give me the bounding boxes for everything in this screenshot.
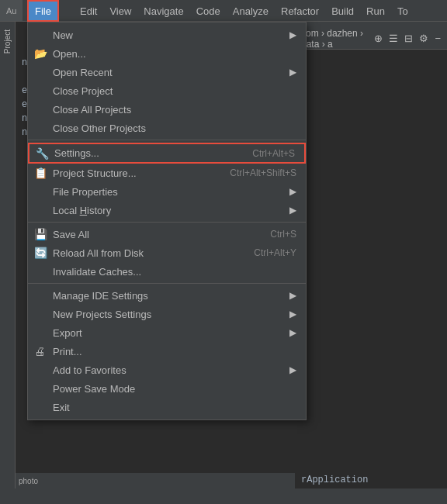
menu-item-reload[interactable]: 🔄 Reload All from Disk Ctrl+Alt+Y: [28, 243, 306, 262]
menu-item-save-all-label: Save All: [53, 229, 270, 240]
toolbar-icon-align[interactable]: ☰: [389, 33, 398, 44]
menu-item-project-structure-shortcut: Ctrl+Alt+Shift+S: [230, 167, 296, 178]
open-folder-icon: 📂: [34, 47, 47, 60]
print-icon: 🖨: [34, 345, 45, 357]
menu-item-open-recent-label: Open Recent: [53, 67, 289, 78]
menu-item-new-projects-arrow: ▶: [289, 309, 296, 319]
reload-icon: 🔄: [34, 247, 47, 259]
menu-item-print[interactable]: 🖨 Print...: [28, 342, 306, 361]
settings-icon: 🔧: [36, 147, 49, 160]
menu-item-new-projects[interactable]: New Projects Settings ▶: [28, 305, 306, 323]
menu-item-new-label: New: [53, 29, 73, 41]
menu-item-open-recent-arrow: ▶: [289, 67, 296, 78]
photo-label: photo: [19, 477, 38, 485]
dropdown-menu: New ▶ 📂 Open... Open Recent ▶ Close Proj…: [27, 22, 307, 420]
menu-item-file-properties-arrow: ▶: [289, 186, 296, 197]
menu-item-export-arrow: ▶: [289, 327, 296, 338]
menu-item-export-label: Export: [53, 327, 289, 339]
menu-item-close-all[interactable]: Close All Projects: [28, 100, 306, 119]
menu-item-manage-ide-arrow: ▶: [289, 290, 296, 301]
menu-item-exit[interactable]: Exit: [28, 398, 306, 416]
menu-item-project-structure-label: Project Structure...: [53, 167, 230, 179]
menubar-view[interactable]: View: [103, 0, 137, 22]
menu-item-reload-label: Reload All from Disk: [53, 247, 254, 259]
menu-item-close-project-label: Close Project: [53, 85, 296, 97]
toolbar-icon-plus[interactable]: ⊕: [374, 33, 383, 44]
menu-item-new-projects-label: New Projects Settings: [53, 309, 289, 320]
menubar-edit[interactable]: Edit: [74, 0, 103, 22]
menu-item-reload-shortcut: Ctrl+Alt+Y: [254, 247, 296, 258]
menu-item-print-label: Print...: [53, 346, 296, 357]
menu-item-close-all-label: Close All Projects: [53, 104, 296, 116]
sidebar: Project: [0, 22, 16, 504]
menu-item-close-other[interactable]: Close Other Projects: [28, 119, 306, 137]
menu-item-open-label: Open...: [53, 48, 296, 60]
status-bar: [0, 488, 447, 504]
menubar-analyze[interactable]: Analyze: [227, 0, 275, 22]
menu-item-file-properties-label: File Properties: [53, 186, 289, 198]
breadcrumb: com › dazhen › data › a: [301, 28, 374, 50]
menubar-build[interactable]: Build: [325, 0, 360, 22]
menu-item-settings-label: Settings...: [54, 147, 252, 159]
menubar-to[interactable]: To: [391, 0, 414, 22]
menu-item-close-other-label: Close Other Projects: [53, 123, 296, 134]
menu-item-local-history[interactable]: Local History ▶: [28, 201, 306, 219]
menu-item-invalidate-label: Invalidate Caches...: [53, 266, 296, 278]
menu-item-add-favorites-arrow: ▶: [289, 364, 296, 375]
menubar-navigate[interactable]: Navigate: [137, 0, 189, 22]
file-label: File: [35, 5, 51, 17]
menu-item-invalidate[interactable]: Invalidate Caches...: [28, 262, 306, 281]
menu-item-close-project[interactable]: Close Project: [28, 81, 306, 100]
menu-item-power-save-label: Power Save Mode: [53, 383, 296, 395]
menu-item-settings[interactable]: 🔧 Settings... Ctrl+Alt+S: [28, 143, 306, 164]
toolbar-icon-minus[interactable]: −: [435, 33, 441, 44]
menu-item-power-save[interactable]: Power Save Mode: [28, 379, 306, 398]
menu-item-open[interactable]: 📂 Open...: [28, 44, 306, 63]
menu-item-project-structure[interactable]: 📋 Project Structure... Ctrl+Alt+Shift+S: [28, 164, 306, 182]
menu-item-manage-ide[interactable]: Manage IDE Settings ▶: [28, 286, 306, 305]
menu-item-new[interactable]: New ▶: [28, 26, 306, 44]
menu-item-new-arrow: ▶: [289, 29, 296, 40]
menubar-code[interactable]: Code: [190, 0, 227, 22]
menubar-item-au[interactable]: Au: [0, 0, 23, 21]
menu-item-local-history-arrow: ▶: [289, 205, 296, 216]
menubar-refactor[interactable]: Refactor: [275, 0, 325, 22]
menu-item-save-all[interactable]: 💾 Save All Ctrl+S: [28, 225, 306, 243]
menu-item-settings-shortcut: Ctrl+Alt+S: [252, 148, 295, 159]
file-menu-button[interactable]: File: [27, 0, 59, 22]
project-structure-icon: 📋: [34, 167, 47, 179]
menu-item-file-properties[interactable]: File Properties ▶: [28, 182, 306, 201]
separator-3: [28, 283, 306, 284]
toolbar-icon-gear[interactable]: ⚙: [419, 33, 428, 44]
menubar-run[interactable]: Run: [360, 0, 391, 22]
menu-item-add-favorites-label: Add to Favorites: [53, 364, 289, 376]
menu-item-open-recent[interactable]: Open Recent ▶: [28, 63, 306, 81]
menu-item-manage-ide-label: Manage IDE Settings: [53, 290, 289, 302]
sidebar-project-tab[interactable]: Project: [2, 25, 13, 58]
save-icon: 💾: [34, 228, 47, 240]
menu-item-export[interactable]: Export ▶: [28, 323, 306, 342]
menu-item-save-all-shortcut: Ctrl+S: [270, 229, 296, 240]
toolbar-icon-align2[interactable]: ⊟: [404, 33, 413, 44]
separator-1: [28, 140, 306, 140]
menu-item-local-history-label: Local History: [53, 205, 289, 216]
menu-item-exit-label: Exit: [53, 402, 296, 413]
bottom-code: rApplication: [295, 471, 374, 488]
menu-item-add-favorites[interactable]: Add to Favorites ▶: [28, 361, 306, 379]
separator-2: [28, 222, 306, 223]
bottom-bar: photo: [16, 473, 295, 488]
